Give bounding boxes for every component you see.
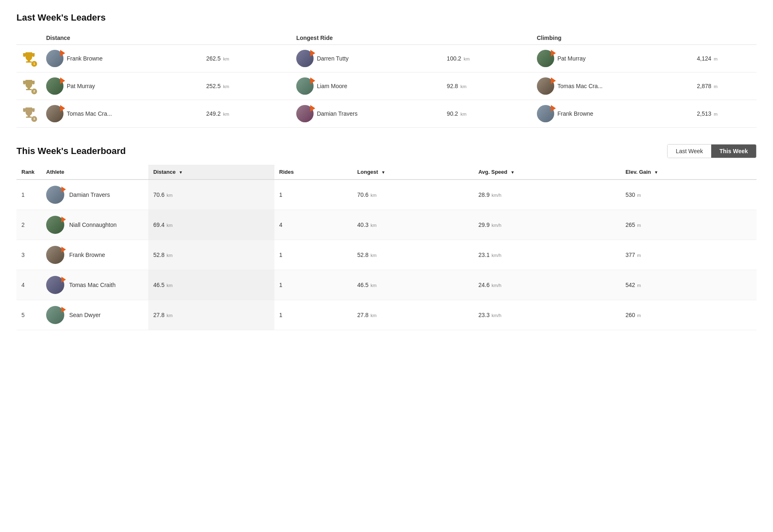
leader-athlete: Pat Murray [41,72,201,100]
distance-col-header: Distance [41,31,271,45]
elev-gain-cell: 530 m [621,180,757,210]
athlete-cell: Sean Dwyer [41,300,148,330]
col-longest[interactable]: Longest ▼ [352,165,473,180]
leader-athlete: Damian Travers [291,100,442,128]
leader-value: 100.2 km [442,45,511,72]
rides-cell: 1 [274,270,353,300]
leader-row: 2 Pat Murray 252.5 km Liam Moore 92.8 km [16,72,757,100]
longest-cell: 46.5 km [352,270,473,300]
svg-rect-1 [26,61,32,63]
rank-cell: 5 [16,300,41,330]
leaderboard-row: 1 Damian Travers 70.6 km 1 70.6 km 28.9 … [16,180,757,210]
athlete-name: Tomas Mac Craith [68,282,115,288]
elev-gain-cell: 260 m [621,300,757,330]
rank-cell: 1 [16,180,41,210]
athlete-cell: Damian Travers [41,180,148,210]
leaderboard-row: 5 Sean Dwyer 27.8 km 1 27.8 km 23.3 km/h… [16,300,757,330]
leader-athlete: Tomas Mac Cra... [532,72,692,100]
elev-gain-cell: 265 m [621,210,757,240]
trophy-2: 2 [16,72,41,100]
col-athlete: Athlete [41,165,148,180]
trophy-3: 3 [16,100,41,128]
distance-sort-arrow: ▼ [179,170,183,175]
longest-cell: 70.6 km [352,180,473,210]
rides-cell: 1 [274,180,353,210]
leaderboard-header: This Week's Leaderboard Last Week This W… [16,144,757,158]
climbing-col-header: Climbing [532,31,757,45]
longest-cell: 52.8 km [352,240,473,270]
rank-cell: 3 [16,240,41,270]
leaderboard-table: Rank Athlete Distance ▼ Rides Longest ▼ … [16,165,757,330]
athlete-name: Damian Travers [68,191,110,198]
svg-rect-2 [28,86,30,89]
col-rides: Rides [274,165,353,180]
athlete-cell: Frank Browne [41,240,148,270]
leader-value: 262.5 km [201,45,271,72]
elev-sort-arrow: ▼ [654,170,658,175]
svg-rect-0 [28,59,30,61]
longest-ride-col-header: Longest Ride [291,31,511,45]
distance-cell: 70.6 km [148,180,274,210]
leader-row: 3 Tomas Mac Cra... 249.2 km Damian Trave… [16,100,757,128]
leader-value: 4,124 m [692,45,757,72]
athlete-name: Niall Connaughton [68,222,117,228]
this-week-button[interactable]: This Week [711,145,756,158]
athlete-name: Frank Browne [68,252,105,258]
distance-cell: 46.5 km [148,270,274,300]
avg-speed-cell: 24.6 km/h [473,270,621,300]
leader-value: 92.8 km [442,72,511,100]
rank-cell: 2 [16,210,41,240]
longest-sort-arrow: ▼ [381,170,385,175]
this-week-title: This Week's Leaderboard [16,146,126,156]
last-week-title: Last Week's Leaders [16,12,757,23]
svg-rect-5 [26,117,32,118]
elev-gain-cell: 542 m [621,270,757,300]
leader-athlete: Liam Moore [291,72,442,100]
rank-cell: 4 [16,270,41,300]
leader-athlete: Darren Tutty [291,45,442,72]
speed-sort-arrow: ▼ [511,170,515,175]
leader-value: 249.2 km [201,100,271,128]
rides-cell: 1 [274,300,353,330]
leader-value: 2,878 m [692,72,757,100]
last-week-button[interactable]: Last Week [668,145,711,158]
longest-cell: 27.8 km [352,300,473,330]
col-avg-speed[interactable]: Avg. Speed ▼ [473,165,621,180]
distance-cell: 27.8 km [148,300,274,330]
athlete-name: Sean Dwyer [68,312,101,318]
distance-cell: 52.8 km [148,240,274,270]
rides-cell: 4 [274,210,353,240]
leader-athlete: Frank Browne [532,100,692,128]
elev-gain-cell: 377 m [621,240,757,270]
avg-speed-cell: 23.1 km/h [473,240,621,270]
leader-value: 2,513 m [692,100,757,128]
athlete-cell: Niall Connaughton [41,210,148,240]
week-toggle: Last Week This Week [667,144,757,158]
avg-speed-cell: 23.3 km/h [473,300,621,330]
svg-rect-4 [28,114,30,117]
avg-speed-cell: 29.9 km/h [473,210,621,240]
col-elev-gain[interactable]: Elev. Gain ▼ [621,165,757,180]
leaderboard-row: 4 Tomas Mac Craith 46.5 km 1 46.5 km 24.… [16,270,757,300]
leaderboard-row: 3 Frank Browne 52.8 km 1 52.8 km 23.1 km… [16,240,757,270]
leader-athlete: Tomas Mac Cra... [41,100,201,128]
avg-speed-cell: 28.9 km/h [473,180,621,210]
rides-cell: 1 [274,240,353,270]
leader-value: 252.5 km [201,72,271,100]
col-distance[interactable]: Distance ▼ [148,165,274,180]
longest-cell: 40.3 km [352,210,473,240]
leader-value: 90.2 km [442,100,511,128]
distance-cell: 69.4 km [148,210,274,240]
leader-athlete: Pat Murray [532,45,692,72]
leaderboard-row: 2 Niall Connaughton 69.4 km 4 40.3 km 29… [16,210,757,240]
trophy-1: 1 [16,45,41,72]
last-week-leaders-table: Distance Longest Ride Climbing 1 [16,31,757,128]
athlete-cell: Tomas Mac Craith [41,270,148,300]
leader-row: 1 Frank Browne 262.5 km Darren Tutty 100… [16,45,757,72]
svg-rect-3 [26,89,32,90]
leader-athlete: Frank Browne [41,45,201,72]
col-rank: Rank [16,165,41,180]
